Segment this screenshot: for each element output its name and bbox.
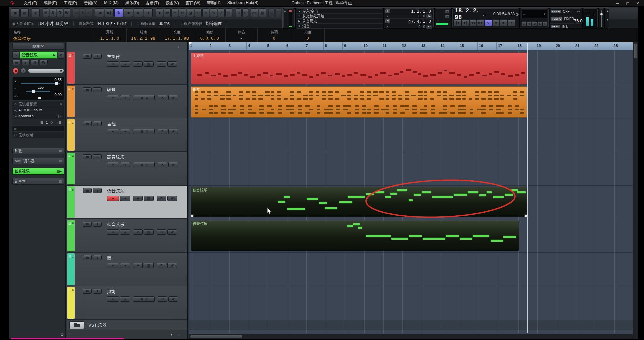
keyboard-icon[interactable]: ▥ xyxy=(144,196,154,201)
scroll-down-icon[interactable]: ▼ xyxy=(606,19,609,21)
keyboard-icon[interactable]: ▥ xyxy=(144,61,154,67)
track-read-automation-button[interactable]: R xyxy=(157,229,166,235)
play-tool-button[interactable]: ▷ xyxy=(225,8,232,17)
track-row-吉他[interactable]: ≡3ms吉他●◂▦3RW xyxy=(67,118,187,152)
global-r-button[interactable]: R xyxy=(57,8,63,17)
inspector-tab-和弦[interactable]: 和弦▤ xyxy=(12,148,64,154)
transport-menu-3[interactable]: ▶录音历史 xyxy=(296,19,383,24)
track-write-automation-button[interactable]: W xyxy=(167,263,177,268)
transport-menu-2[interactable]: ⊤从光标处开始 xyxy=(296,14,383,19)
info-value[interactable]: - xyxy=(241,36,243,41)
track-read-automation-button[interactable]: R xyxy=(158,162,167,167)
zoom-add-icon[interactable]: ＋ xyxy=(176,332,180,337)
global-s-button[interactable]: S xyxy=(50,8,56,17)
info-value[interactable]: 0 xyxy=(273,36,276,41)
monitor-button[interactable]: ◂ xyxy=(20,68,26,74)
record-enable-button[interactable] xyxy=(12,67,19,74)
track-mute-button[interactable]: m xyxy=(83,154,92,159)
bank-row[interactable]: ▤ xyxy=(12,126,64,131)
auto-punch-button[interactable]: ✱ xyxy=(80,8,85,17)
menu-item-6[interactable]: 媒体(D) xyxy=(122,0,142,7)
menu-item-10[interactable]: 帮助(H) xyxy=(204,0,224,7)
track-mute-button[interactable]: m xyxy=(83,87,92,92)
track-monitor-button[interactable]: ◂ xyxy=(120,196,130,201)
play-button[interactable]: ▶ xyxy=(134,8,143,17)
delay-knob[interactable] xyxy=(38,97,41,99)
scroll-up-icon[interactable]: ▴ xyxy=(284,9,286,12)
track-solo-button[interactable]: s xyxy=(93,255,102,260)
transport-stop-button[interactable]: ■ xyxy=(492,19,500,26)
track-monitor-button[interactable]: ◂ xyxy=(120,229,130,235)
track-mute-button[interactable]: m xyxy=(83,121,92,126)
track-write-automation-button[interactable]: W xyxy=(167,229,177,235)
delay-value[interactable]: 0.00 xyxy=(55,93,62,97)
menu-item-9[interactable]: 窗口(W) xyxy=(183,0,203,7)
scroll-up-icon[interactable]: ▲ xyxy=(606,10,609,12)
track-row-低音弦乐[interactable]: ▥5ms低音弦乐●◂e▥RW xyxy=(67,186,187,219)
punch-out-button[interactable]: ⇤ xyxy=(86,8,92,17)
primary-time-bars-beats[interactable]: 18. 2. 2. 98 xyxy=(455,7,482,21)
inspector-w-button[interactable]: W xyxy=(40,60,48,65)
line-tool-button[interactable]: ╱ xyxy=(218,8,225,17)
track-solo-button[interactable]: s xyxy=(93,54,102,59)
menu-item-2[interactable]: 编辑(E) xyxy=(41,0,60,7)
go-end-button[interactable]: ▶| xyxy=(105,8,114,17)
track-mute-button[interactable]: m xyxy=(83,289,92,294)
iterative-quantize-button[interactable]: ⌒ xyxy=(275,8,282,17)
inspector-slot-3[interactable]: [→Kontakt 5[→ xyxy=(12,113,64,119)
track-monitor-button[interactable]: ◂ xyxy=(120,162,130,167)
pre-roll[interactable]: ∿0. 0‖▶ xyxy=(384,14,433,19)
track-edit-button[interactable]: e xyxy=(133,263,143,268)
edit-channel-button[interactable]: e xyxy=(58,51,64,59)
cycle-button[interactable]: ↻ xyxy=(114,8,123,17)
transport-menu-4[interactable]: ≡混音 xyxy=(296,24,383,29)
track-write-automation-button[interactable]: W xyxy=(168,129,178,134)
record-button[interactable]: ● xyxy=(144,8,153,17)
track-write-automation-button[interactable]: W xyxy=(168,296,178,302)
range-select-tool-button[interactable]: ▭ xyxy=(164,8,171,17)
track-record-button[interactable]: ● xyxy=(107,263,119,268)
track-monitor-button[interactable]: ◂ xyxy=(120,263,130,268)
add-track-button[interactable]: ＋ xyxy=(176,44,180,50)
track-solo-button[interactable]: s xyxy=(93,222,102,227)
track-row-鼓[interactable]: ▥7ms鼓●◂e▥RW xyxy=(67,253,187,286)
transport-marker-prev-button[interactable]: ◀ xyxy=(532,21,537,26)
track-record-button[interactable]: ● xyxy=(107,95,119,100)
tempo-row[interactable]: TEMPOFIXED4/476.000 xyxy=(550,14,582,24)
menu-item-11[interactable]: Steinberg Hub(S) xyxy=(224,0,262,7)
track-read-automation-button[interactable]: R xyxy=(158,296,167,302)
track-write-automation-button[interactable]: W xyxy=(168,162,178,167)
inspector-tab-记事本[interactable]: 记事本▤ xyxy=(12,178,64,185)
track-read-automation-button[interactable]: R xyxy=(157,263,166,268)
scroll-down-icon[interactable]: ▾ xyxy=(170,332,172,337)
track-row-钢琴[interactable]: ≡2ms钢琴●◂▦1RW xyxy=(67,85,187,118)
window-layout-button[interactable]: ▦ xyxy=(20,8,29,17)
channel-value[interactable]: 1 xyxy=(46,120,48,124)
track-write-automation-button[interactable]: W xyxy=(167,61,177,67)
track-record-button[interactable]: ● xyxy=(107,229,119,235)
inspector-m-button[interactable]: m xyxy=(12,60,20,65)
track-row-高音弦乐[interactable]: ≡4ms高音弦乐●◂▦4RW xyxy=(67,152,187,186)
post-roll[interactable]: ╱0. 0▶‖ xyxy=(384,24,433,29)
pan-value[interactable]: L55 xyxy=(21,85,60,89)
track-write-automation-button[interactable]: W xyxy=(168,95,178,100)
right-locator[interactable]: R47. 4. 1. 0 xyxy=(384,19,433,24)
part-handle-left[interactable] xyxy=(191,214,194,217)
track-instrument-slot-button[interactable]: ▦2 xyxy=(133,296,155,302)
click-row[interactable]: CLICKOFF‖✳ xyxy=(550,9,582,14)
draw-tool-button[interactable]: ✎ xyxy=(210,8,217,17)
track-mute-button[interactable]: m xyxy=(83,222,92,227)
track-row-贝司[interactable]: ≡8ms贝司●◂▦2RW xyxy=(67,286,187,320)
inspector-track-name[interactable]: 低音弦乐▶ xyxy=(20,51,57,59)
track-row-主旋律[interactable]: ▥1ms主旋律●◂e▥RW xyxy=(67,51,187,85)
track-read-automation-button[interactable]: R xyxy=(158,95,167,100)
track-monitor-button[interactable]: ◂ xyxy=(120,129,130,134)
midi-part-主旋律[interactable]: 主旋律 xyxy=(191,53,527,84)
vertical-scrollbar[interactable] xyxy=(633,42,638,339)
volume-value[interactable]: 0.35 xyxy=(55,78,62,82)
transport-go-end-button[interactable]: ▶| xyxy=(462,19,469,26)
track-write-automation-button[interactable]: W xyxy=(167,196,177,201)
stop-button[interactable]: ■ xyxy=(124,8,133,17)
sync-row[interactable]: SYNCINT. xyxy=(550,24,582,29)
part-handle-right[interactable] xyxy=(524,214,527,217)
